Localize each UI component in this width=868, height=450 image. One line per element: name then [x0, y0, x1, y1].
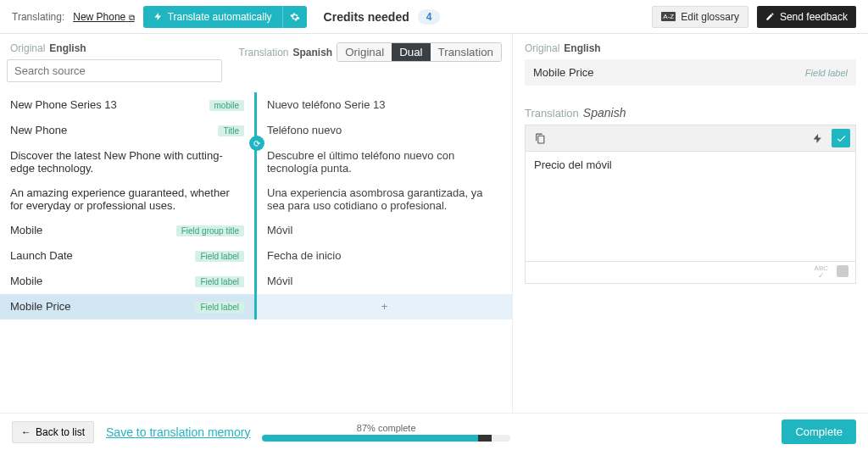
detail-original-header: Original English [525, 42, 856, 59]
target-text: Móvil [267, 224, 502, 236]
auto-translate-button[interactable] [808, 129, 826, 147]
progress: 87% complete [262, 423, 509, 442]
target-text: Nuevo teléfono Serie 13 [267, 98, 502, 111]
target-cell: Fecha de inicio [254, 243, 512, 269]
sync-icon[interactable]: ⟳ [249, 136, 264, 151]
spellcheck-icon[interactable]: ABC ✓ [815, 265, 828, 280]
source-cell: MobileField group title [0, 218, 254, 243]
source-text: Mobile [10, 275, 190, 287]
target-cell: Descubre el último teléfono nuevo con te… [254, 143, 512, 181]
source-text: New Phone Series 13 [10, 98, 204, 111]
type-tag: mobile [209, 100, 244, 111]
credits-badge: 4 [418, 9, 441, 25]
footer: ← Back to list Save to translation memor… [0, 413, 868, 450]
detail-original-text: Mobile Price Field label [525, 59, 856, 86]
type-tag: Field group title [176, 225, 244, 236]
translation-row[interactable]: Discover the latest New Phone with cutti… [0, 143, 512, 181]
source-cell: MobileField label [0, 269, 254, 294]
left-columns: Original English Translation Spanish Ori… [0, 34, 513, 413]
source-column: Original English [0, 34, 229, 92]
back-to-list-button[interactable]: ← Back to list [12, 421, 94, 443]
bolt-icon [153, 12, 163, 21]
external-link-icon: ⧉ [129, 13, 135, 22]
view-dual-tab[interactable]: Dual [392, 43, 430, 61]
source-text: New Phone [10, 124, 213, 136]
translation-row[interactable]: Mobile PriceField label+ [0, 294, 512, 319]
view-original-tab[interactable]: Original [337, 43, 392, 61]
source-text: Mobile Price [10, 300, 190, 313]
copy-source-button[interactable] [531, 129, 549, 147]
target-column: Translation Spanish Original Dual Transl… [229, 34, 512, 92]
main: Original English Translation Spanish Ori… [0, 34, 868, 413]
progress-bar [262, 435, 509, 442]
translation-row[interactable]: MobileField labelMóvil [0, 269, 512, 294]
translation-row[interactable]: MobileField group titleMóvil [0, 218, 512, 243]
source-text: Mobile [10, 224, 171, 236]
target-cell: Una experiencia asombrosa garantizada, y… [254, 181, 512, 218]
translation-row[interactable]: An amazing experience guaranteed, whethe… [0, 181, 512, 218]
target-cell: Móvil [254, 269, 512, 294]
source-cell: Launch DateField label [0, 243, 254, 269]
translation-row[interactable]: New Phone Series 13mobileNuevo teléfono … [0, 92, 512, 118]
arrow-left-icon: ← [21, 426, 31, 438]
source-cell: New Phone Series 13mobile [0, 92, 254, 118]
target-text: Descubre el último teléfono nuevo con te… [267, 149, 502, 175]
progress-fill [262, 435, 477, 442]
translation-editor[interactable]: Precio del móvil [525, 152, 856, 262]
project-link[interactable]: New Phone ⧉ [73, 11, 134, 23]
search-input[interactable] [7, 59, 222, 82]
confirm-button[interactable] [832, 129, 850, 147]
type-tag: Field label [195, 276, 244, 287]
target-cell: Teléfono nuevo [254, 118, 512, 143]
type-tag: Field label [195, 251, 244, 262]
type-tag: Title [218, 125, 244, 136]
target-cell: + [254, 294, 512, 319]
target-text: Una experiencia asombrosa garantizada, y… [267, 186, 502, 212]
type-tag: Field label [195, 302, 244, 313]
glossary-icon: A-Z [661, 12, 676, 21]
source-cell: An amazing experience guaranteed, whethe… [0, 181, 254, 218]
target-cell: Nuevo teléfono Serie 13 [254, 92, 512, 118]
send-feedback-button[interactable]: Send feedback [757, 6, 856, 28]
gear-icon [290, 12, 300, 22]
editor-toolbar [525, 125, 856, 152]
view-toggle: Original Dual Translation [337, 42, 502, 62]
view-translation-tab[interactable]: Translation [431, 43, 501, 61]
source-cell: Discover the latest New Phone with cutti… [0, 143, 254, 181]
field-label-tag: Field label [805, 68, 848, 78]
translation-rows: New Phone Series 13mobileNuevo teléfono … [0, 92, 512, 319]
expand-icon[interactable] [837, 265, 849, 277]
detail-translation-header: Translation Spanish [525, 86, 856, 125]
plus-icon[interactable]: + [381, 300, 388, 313]
target-text: Móvil [267, 275, 502, 287]
credits-needed-label: Credits needed [324, 10, 409, 24]
complete-button[interactable]: Complete [782, 419, 856, 444]
edit-glossary-button[interactable]: A-Z Edit glossary [652, 6, 748, 28]
source-header: Original English [0, 34, 229, 59]
translation-row[interactable]: Launch DateField labelFecha de inicio [0, 243, 512, 269]
source-text: Discover the latest New Phone with cutti… [10, 149, 244, 175]
save-to-tm-link[interactable]: Save to translation memory [106, 425, 250, 439]
source-cell: New PhoneTitle [0, 118, 254, 143]
topbar: Translating: New Phone ⧉ Translate autom… [0, 0, 868, 34]
detail-panel: Original English Mobile Price Field labe… [513, 34, 868, 413]
target-text: Fecha de inicio [267, 249, 502, 262]
translate-automatically-button[interactable]: Translate automatically [143, 6, 282, 28]
source-cell: Mobile PriceField label [0, 294, 254, 319]
editor-footer: ABC ✓ [525, 262, 856, 284]
source-text: Launch Date [10, 249, 190, 262]
progress-label: 87% complete [357, 423, 416, 433]
target-header: Translation Spanish Original Dual Transl… [229, 34, 512, 67]
translating-label: Translating: [12, 11, 64, 23]
translate-settings-button[interactable] [282, 6, 307, 28]
target-cell: Móvil [254, 218, 512, 243]
target-text: Teléfono nuevo [267, 124, 502, 136]
source-text: An amazing experience guaranteed, whethe… [10, 186, 244, 212]
pencil-icon [765, 12, 775, 21]
